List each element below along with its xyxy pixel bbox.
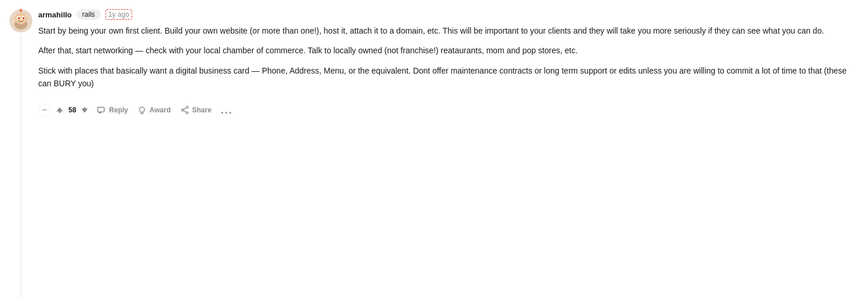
svg-line-20 <box>183 108 186 109</box>
share-label: Share <box>192 106 211 114</box>
timestamp: 1y ago <box>105 9 132 20</box>
comment-actions: − 58 Reply <box>38 102 856 119</box>
username[interactable]: armahillo <box>38 10 72 19</box>
reply-label: Reply <box>109 106 128 114</box>
svg-point-8 <box>23 17 24 19</box>
paragraph-3: Stick with places that basically want a … <box>38 64 856 90</box>
upvote-icon <box>55 105 64 115</box>
downvote-button[interactable] <box>78 104 91 116</box>
svg-point-18 <box>186 112 188 114</box>
svg-point-12 <box>25 17 28 21</box>
svg-point-7 <box>19 17 20 19</box>
comment-container: armahillo rails 1y ago Start by being yo… <box>0 0 868 307</box>
award-icon <box>137 105 147 115</box>
reply-button[interactable]: Reply <box>93 103 132 117</box>
avatar-column <box>9 9 32 298</box>
thread-line <box>20 36 21 298</box>
more-button[interactable]: ... <box>217 102 236 119</box>
svg-point-17 <box>186 107 188 109</box>
award-label: Award <box>149 106 170 114</box>
avatar <box>9 9 32 32</box>
svg-rect-13 <box>98 107 104 112</box>
vote-count: 58 <box>67 106 77 114</box>
svg-point-11 <box>14 17 17 21</box>
paragraph-1: Start by being your own first client. Bu… <box>38 24 856 37</box>
share-icon <box>180 105 189 115</box>
vote-section: 58 <box>53 104 91 116</box>
reply-icon <box>97 105 106 115</box>
svg-point-2 <box>15 13 27 24</box>
downvote-icon <box>80 105 89 115</box>
svg-point-14 <box>140 107 145 112</box>
share-button[interactable]: Share <box>177 103 215 117</box>
upvote-button[interactable] <box>53 104 66 116</box>
award-button[interactable]: Award <box>134 103 174 117</box>
svg-line-21 <box>183 111 186 112</box>
flair-badge: rails <box>76 9 101 20</box>
comment-header: armahillo rails 1y ago <box>38 9 856 20</box>
more-label: ... <box>221 104 233 116</box>
collapse-button[interactable]: − <box>38 104 51 116</box>
content-column: armahillo rails 1y ago Start by being yo… <box>38 9 856 298</box>
paragraph-2: After that, start networking — check wit… <box>38 44 856 57</box>
svg-point-19 <box>181 109 184 111</box>
comment-body: Start by being your own first client. Bu… <box>38 24 856 90</box>
